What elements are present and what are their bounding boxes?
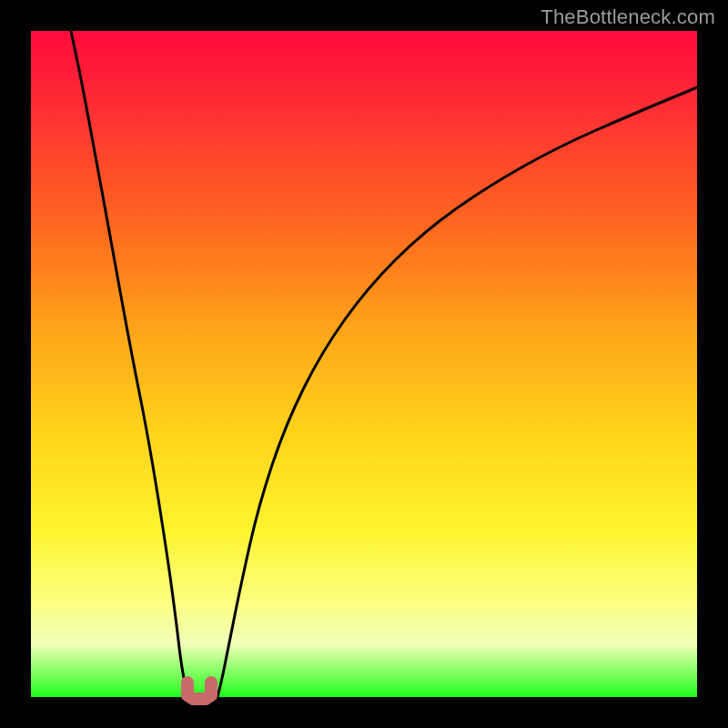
curve-layer <box>31 31 697 697</box>
chart-frame: TheBottleneck.com <box>0 0 728 728</box>
left-branch-line <box>71 31 190 697</box>
plot-area <box>31 31 697 697</box>
right-branch-line <box>217 87 697 697</box>
watermark-text: TheBottleneck.com <box>541 5 715 29</box>
trough-u-marker <box>187 682 211 699</box>
